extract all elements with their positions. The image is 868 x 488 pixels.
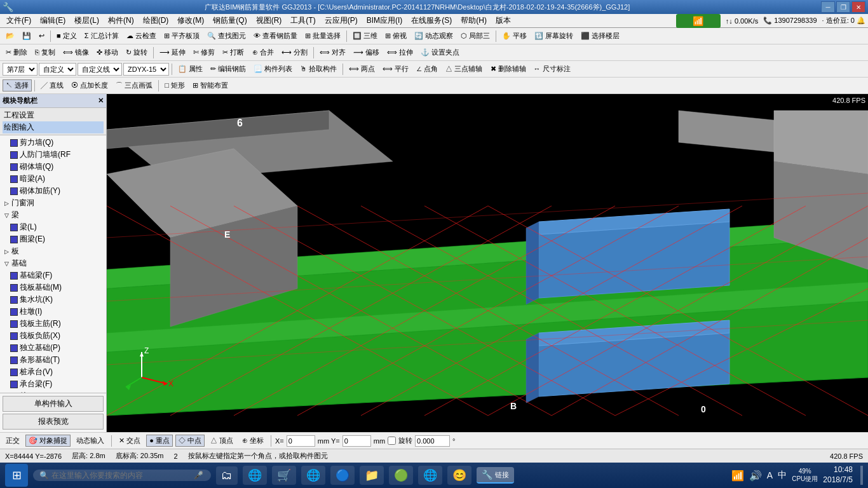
floor-select[interactable]: 第7层 bbox=[3, 63, 37, 76]
sum-btn[interactable]: Σ 汇总计算 bbox=[81, 30, 122, 42]
trim-btn[interactable]: ✄ 修剪 bbox=[190, 46, 218, 58]
viewport-3d[interactable]: 6 E B 0 Z X 420.8 bbox=[107, 94, 868, 432]
close-button[interactable]: ✕ bbox=[851, 1, 865, 13]
move-btn[interactable]: ✜ 移动 bbox=[93, 46, 121, 58]
menu-cloud[interactable]: 云应用(P) bbox=[321, 14, 362, 27]
tree-item-shear-wall[interactable]: 剪力墙(Q) bbox=[1, 137, 105, 149]
dynamic-input-btn[interactable]: 动态输入 bbox=[73, 435, 107, 447]
start-button[interactable]: ⊞ bbox=[5, 464, 28, 487]
define-btn[interactable]: ■ 定义 bbox=[53, 30, 80, 42]
split-btn[interactable]: ⟷ 分割 bbox=[278, 46, 311, 58]
top-view-btn[interactable]: ⊞ 俯视 bbox=[382, 30, 410, 42]
dynamic-obs-btn[interactable]: 🔄 动态观察 bbox=[411, 30, 456, 42]
select-tool-btn[interactable]: ↖ 选择 bbox=[3, 79, 32, 92]
extend-btn[interactable]: ⟶ 延伸 bbox=[156, 46, 189, 58]
pan-btn[interactable]: ✋ 平移 bbox=[499, 30, 530, 42]
vertex-snap-btn[interactable]: △ 顶点 bbox=[207, 435, 236, 447]
delete-btn[interactable]: ✂ 删除 bbox=[3, 46, 31, 58]
y-input[interactable] bbox=[342, 435, 371, 447]
tree-item-raft-main-rebar[interactable]: 筏板主筋(R) bbox=[1, 318, 105, 330]
taskbar-search-input[interactable] bbox=[51, 471, 191, 480]
pick-comp-btn[interactable]: 🖱 拾取构件 bbox=[297, 63, 340, 75]
tree-item-strip-foundation[interactable]: 条形基础(T) bbox=[1, 354, 105, 366]
local-3d-btn[interactable]: ⬡ 局部三 bbox=[458, 30, 493, 42]
menu-bim[interactable]: BIM应用(I) bbox=[363, 14, 407, 27]
tree-item-slab[interactable]: ▷ 板 bbox=[1, 245, 105, 257]
view-steel-btn[interactable]: 👁 查看钢筋量 bbox=[250, 30, 301, 42]
arc-3point-btn[interactable]: ⌒ 三点画弧 bbox=[112, 79, 156, 92]
menu-help[interactable]: 帮助(H) bbox=[457, 14, 491, 27]
section-engineering[interactable]: 工程设置 bbox=[3, 109, 104, 121]
tree-item-cap-beam[interactable]: 承台梁(F) bbox=[1, 378, 105, 390]
tree-item-hidden-beam[interactable]: 暗梁(A) bbox=[1, 173, 105, 185]
tree-item-raft-neg-rebar[interactable]: 筏板负筋(X) bbox=[1, 330, 105, 342]
menu-file[interactable]: 文件(F) bbox=[3, 14, 35, 27]
menu-view[interactable]: 视图(R) bbox=[252, 14, 286, 27]
del-axis-btn[interactable]: ✖ 删除辅轴 bbox=[487, 63, 529, 75]
mirror-btn[interactable]: ⟺ 镜像 bbox=[60, 46, 92, 58]
tree-item-pile-cap[interactable]: 桩承台(V) bbox=[1, 366, 105, 378]
tree-item-air-def-wall[interactable]: 人防门墙墙(RF bbox=[1, 149, 105, 161]
menu-version[interactable]: 版本 bbox=[492, 14, 515, 27]
undo-btn[interactable]: ↩ bbox=[36, 30, 48, 41]
section-drawing[interactable]: 绘图输入 bbox=[3, 121, 104, 133]
merge-btn[interactable]: ⊕ 合并 bbox=[249, 46, 277, 58]
menu-online[interactable]: 在线服务(S) bbox=[407, 14, 456, 27]
tree-item-column-cap[interactable]: 柱墩(I) bbox=[1, 306, 105, 318]
tree-item-masonry-rebar[interactable]: 砌体加筋(Y) bbox=[1, 185, 105, 197]
batch-select-btn[interactable]: ⊞ 批量选择 bbox=[302, 30, 344, 42]
rotate-checkbox[interactable] bbox=[388, 437, 396, 445]
show-desktop-btn[interactable] bbox=[860, 466, 863, 485]
two-points-btn[interactable]: ⟺ 两点 bbox=[346, 63, 378, 75]
menu-tools[interactable]: 工具(T) bbox=[287, 14, 319, 27]
align-btn[interactable]: ⟺ 对齐 bbox=[316, 46, 349, 58]
floor-type-select[interactable]: 自定义 bbox=[39, 63, 76, 76]
taskbar-app-folder[interactable]: 📁 bbox=[360, 466, 384, 485]
rotate-input[interactable] bbox=[415, 435, 450, 447]
taskbar-app-ie2[interactable]: 🔵 bbox=[330, 466, 355, 485]
property-btn[interactable]: 📋 属性 bbox=[175, 63, 206, 75]
rect-tool-btn[interactable]: □ 矩形 bbox=[161, 79, 188, 92]
system-clock[interactable]: 10:48 2018/7/5 bbox=[823, 465, 853, 485]
menu-component[interactable]: 构件(N) bbox=[104, 14, 138, 27]
angle-point-btn[interactable]: ∠ 点角 bbox=[413, 63, 441, 75]
minimize-button[interactable]: ─ bbox=[821, 1, 835, 13]
taskbar-app-g2[interactable]: 🌐 bbox=[418, 466, 442, 485]
tree-item-isolated-foundation[interactable]: 独立基础(P) bbox=[1, 342, 105, 354]
midpoint-snap-btn[interactable]: ◇ 中点 bbox=[175, 435, 205, 447]
taskbar-app-store[interactable]: 🛒 bbox=[272, 466, 296, 485]
ortho-btn[interactable]: 正交 bbox=[3, 435, 23, 447]
zdyx-select[interactable]: ZDYX-15 bbox=[123, 63, 169, 76]
sidebar-close-btn[interactable]: ✕ bbox=[98, 97, 104, 105]
grip-set-btn[interactable]: ⚓ 设置夹点 bbox=[417, 46, 463, 58]
point-length-btn[interactable]: ⦿ 点加长度 bbox=[68, 79, 111, 92]
menu-floor[interactable]: 楼层(L) bbox=[71, 14, 103, 27]
menu-modify[interactable]: 修改(M) bbox=[173, 14, 208, 27]
break-btn[interactable]: ✂ 打断 bbox=[219, 46, 247, 58]
save-btn[interactable]: 💾 bbox=[19, 30, 34, 41]
intersect-snap-btn[interactable]: ✕ 交点 bbox=[116, 435, 144, 447]
tree-item-foundation-group[interactable]: ▽ 基础 bbox=[1, 257, 105, 269]
three-point-axis-btn[interactable]: △ 三点辅轴 bbox=[442, 63, 485, 75]
report-preview-btn[interactable]: 报表预览 bbox=[3, 414, 104, 430]
taskbar-app-windows[interactable]: 🗂 bbox=[216, 466, 238, 485]
level-top-btn[interactable]: ⊞ 平齐板顶 bbox=[161, 30, 203, 42]
menu-steel[interactable]: 钢筋量(Q) bbox=[209, 14, 250, 27]
offset-btn[interactable]: ⟿ 偏移 bbox=[350, 46, 383, 58]
select-floor-btn[interactable]: ⬛ 选择楼层 bbox=[578, 30, 623, 42]
tree-item-door-window[interactable]: ▷ 门窗洞 bbox=[1, 197, 105, 209]
copy-btn[interactable]: ⎘ 复制 bbox=[32, 46, 58, 58]
menu-draw[interactable]: 绘图(D) bbox=[139, 14, 173, 27]
endpoint-snap-btn[interactable]: ● 重点 bbox=[146, 435, 173, 447]
single-component-input-btn[interactable]: 单构件输入 bbox=[3, 396, 104, 412]
smart-layout-btn[interactable]: ⊞ 智能布置 bbox=[189, 79, 231, 92]
x-input[interactable] bbox=[287, 435, 315, 447]
rotate-btn[interactable]: ↻ 旋转 bbox=[123, 46, 151, 58]
parallel-btn[interactable]: ⟺ 平行 bbox=[379, 63, 412, 75]
tree-item-raft-foundation[interactable]: 筏板基础(M) bbox=[1, 281, 105, 294]
tree-item-foundation-beam[interactable]: 基础梁(F) bbox=[1, 269, 105, 281]
taskbar-app-edge[interactable]: 🌐 bbox=[243, 466, 267, 485]
3d-btn[interactable]: 🔲 三维 bbox=[349, 30, 381, 42]
tree-item-masonry-wall[interactable]: 砌体墙(Q) bbox=[1, 161, 105, 173]
stretch-btn[interactable]: ⟺ 拉伸 bbox=[384, 46, 416, 58]
